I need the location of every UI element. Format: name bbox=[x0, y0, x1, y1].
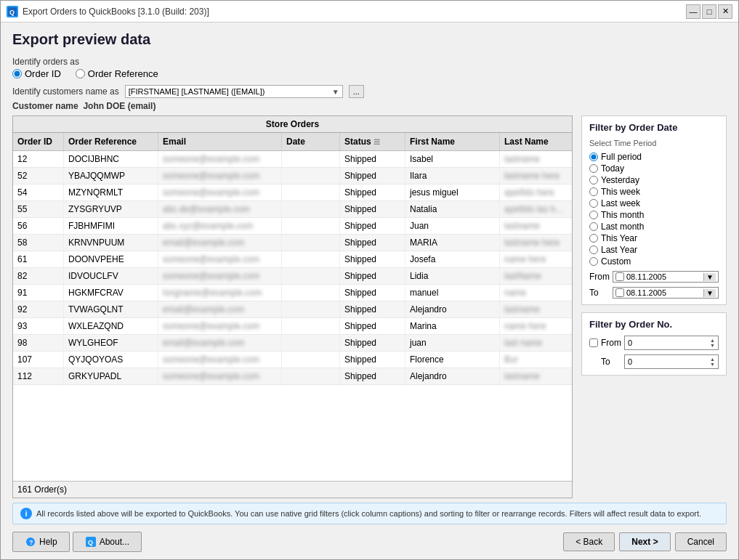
cell-firstname: jesus miguel bbox=[405, 184, 500, 200]
from-date-value: 08.11.2005 bbox=[626, 272, 701, 281]
cell-status: Shipped bbox=[340, 218, 405, 234]
window-content: Export preview data Identify orders as O… bbox=[1, 23, 738, 524]
cell-order-id: 91 bbox=[13, 285, 64, 301]
table-row: 52 YBAJQQMWP someone@example.com Shipped… bbox=[13, 168, 572, 184]
identify-label: Identify orders as bbox=[12, 57, 727, 67]
table-row: 112 GRKYUPADL someone@example.com Shippe… bbox=[13, 368, 572, 385]
next-button[interactable]: Next > bbox=[619, 532, 670, 551]
filter-last-week[interactable]: Last week bbox=[589, 198, 719, 208]
order-ref-label: Order Reference bbox=[88, 68, 158, 79]
col-header-email[interactable]: Email bbox=[158, 133, 282, 150]
spinner-down-icon[interactable]: ▼ bbox=[710, 343, 715, 348]
cell-lastname: lastName bbox=[500, 268, 572, 284]
filter-this-year[interactable]: This Year bbox=[589, 233, 719, 243]
order-id-radio[interactable]: Order ID bbox=[12, 68, 61, 79]
to-date-calendar-button[interactable]: ▼ bbox=[703, 289, 716, 297]
close-button[interactable]: ✕ bbox=[718, 4, 732, 19]
status-filter-icon: ☰ bbox=[373, 138, 380, 146]
to-no-input[interactable]: 0 ▲ ▼ bbox=[624, 354, 719, 369]
from-no-spinner[interactable]: ▲ ▼ bbox=[710, 338, 715, 348]
cell-email: someone@example.com bbox=[158, 318, 282, 334]
from-date-input[interactable]: 08.11.2005 ▼ bbox=[613, 271, 719, 283]
filter-full-period[interactable]: Full period bbox=[589, 152, 719, 162]
from-date-checkbox[interactable] bbox=[615, 272, 624, 281]
cell-order-ref: TVWAGQLNT bbox=[64, 301, 158, 317]
cell-email: abc.de@example.com bbox=[158, 201, 282, 217]
about-label: About... bbox=[100, 537, 129, 547]
from-no-checkbox[interactable] bbox=[589, 338, 598, 347]
back-label: < Back bbox=[576, 537, 602, 547]
page-title: Export preview data bbox=[12, 31, 727, 48]
help-button[interactable]: ? Help bbox=[12, 532, 70, 552]
col-header-status[interactable]: Status ☰ bbox=[340, 133, 405, 150]
col-header-order-ref[interactable]: Order Reference bbox=[64, 133, 158, 150]
to-date-input[interactable]: 08.11.2005 ▼ bbox=[613, 287, 719, 299]
about-button[interactable]: Q About... bbox=[73, 532, 142, 552]
table-row: 55 ZYSGRYUVP abc.de@example.com Shipped … bbox=[13, 201, 572, 218]
filter-this-week[interactable]: This week bbox=[589, 187, 719, 197]
minimize-button[interactable]: — bbox=[686, 4, 700, 19]
cell-order-ref: DOONVPEHE bbox=[64, 251, 158, 267]
cell-firstname: Natalia bbox=[405, 201, 500, 217]
main-window: Q Export Orders to QuickBooks [3.1.0 (Bu… bbox=[0, 0, 739, 560]
from-no-input[interactable]: 0 ▲ ▼ bbox=[624, 336, 719, 350]
window-controls: — □ ✕ bbox=[686, 4, 732, 19]
col-header-lastname[interactable]: Last Name bbox=[500, 133, 572, 150]
filter-full-period-label: Full period bbox=[601, 152, 642, 162]
title-bar: Q Export Orders to QuickBooks [3.1.0 (Bu… bbox=[1, 1, 738, 23]
to-date-checkbox[interactable] bbox=[615, 288, 624, 297]
customer-name-dropdown[interactable]: [FIRSTNAME] [LASTNAME] ([EMAIL]) ▼ bbox=[125, 85, 343, 98]
cell-lastname: name bbox=[500, 285, 572, 301]
back-button[interactable]: < Back bbox=[563, 532, 615, 551]
restore-button[interactable]: □ bbox=[702, 4, 716, 19]
col-header-order-id[interactable]: Order ID bbox=[13, 133, 64, 150]
order-ref-radio[interactable]: Order Reference bbox=[76, 68, 158, 79]
filter-this-month[interactable]: This month bbox=[589, 210, 719, 220]
spinner-up-icon[interactable]: ▲ bbox=[710, 338, 715, 343]
filter-no-title: Filter by Order No. bbox=[589, 319, 719, 330]
cell-status: Shipped bbox=[340, 251, 405, 267]
cell-order-ref: HGKMFCRAV bbox=[64, 285, 158, 301]
cell-order-ref: WXLEAZQND bbox=[64, 318, 158, 334]
table-row: 56 FJBHMFIMI abc.xyz@example.com Shipped… bbox=[13, 218, 572, 235]
filter-this-year-label: This Year bbox=[601, 233, 637, 243]
cell-order-id: 54 bbox=[13, 184, 64, 200]
col-header-date[interactable]: Date bbox=[282, 133, 340, 150]
cell-status: Shipped bbox=[340, 168, 405, 184]
from-date-calendar-button[interactable]: ▼ bbox=[703, 273, 716, 281]
cell-date bbox=[282, 335, 340, 351]
cell-order-id: 112 bbox=[13, 368, 64, 384]
cell-lastname: last name bbox=[500, 335, 572, 351]
col-header-firstname[interactable]: First Name bbox=[405, 133, 500, 150]
ellipsis-button[interactable]: ... bbox=[349, 85, 364, 98]
table-row: 93 WXLEAZQND someone@example.com Shipped… bbox=[13, 318, 572, 335]
cell-order-ref: YBAJQQMWP bbox=[64, 168, 158, 184]
to-no-spinner[interactable]: ▲ ▼ bbox=[710, 357, 715, 367]
cell-order-id: 12 bbox=[13, 151, 64, 167]
customer-value: John DOE (email) bbox=[83, 101, 156, 111]
window-title: Export Orders to QuickBooks [3.1.0 (Buil… bbox=[23, 7, 686, 17]
cell-lastname: name here bbox=[500, 318, 572, 334]
cancel-button[interactable]: Cancel bbox=[675, 532, 727, 551]
to-label: To bbox=[589, 288, 610, 298]
cancel-label: Cancel bbox=[687, 537, 714, 547]
cell-firstname: juan bbox=[405, 335, 500, 351]
cell-email: email@example.com bbox=[158, 335, 282, 351]
cell-order-id: 98 bbox=[13, 335, 64, 351]
cell-firstname: Juan bbox=[405, 218, 500, 234]
spinner-up-icon[interactable]: ▲ bbox=[710, 357, 715, 362]
filter-today[interactable]: Today bbox=[589, 163, 719, 174]
filter-last-month[interactable]: Last month bbox=[589, 222, 719, 232]
filter-last-year[interactable]: Last Year bbox=[589, 245, 719, 255]
spinner-down-icon[interactable]: ▼ bbox=[710, 362, 715, 367]
filter-panel: Filter by Order Date Select Time Period … bbox=[581, 115, 727, 498]
filter-yesterday[interactable]: Yesterday bbox=[589, 175, 719, 185]
cell-order-ref: FJBHMFIMI bbox=[64, 218, 158, 234]
filter-custom[interactable]: Custom bbox=[589, 256, 719, 267]
orders-table-section: Store Orders Order ID Order Reference Em… bbox=[12, 115, 573, 498]
cell-firstname: Alejandro bbox=[405, 368, 500, 384]
cell-date bbox=[282, 301, 340, 317]
filter-last-year-label: Last Year bbox=[601, 245, 637, 255]
filter-custom-label: Custom bbox=[601, 256, 631, 267]
cell-date bbox=[282, 168, 340, 184]
